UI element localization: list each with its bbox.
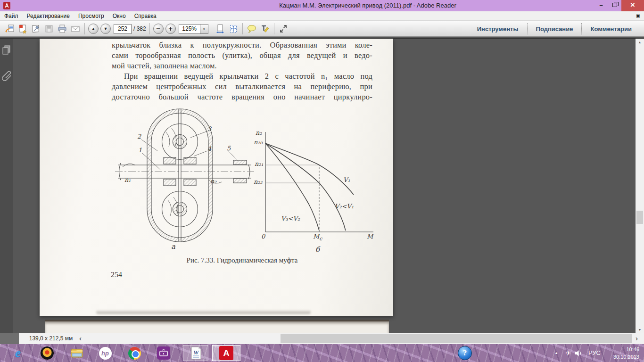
next-page-top-edge[interactable] [45, 320, 389, 334]
shaft-speed-n1-label: n₁ [124, 176, 131, 183]
print-icon [57, 24, 67, 33]
sign-document-icon [31, 24, 41, 33]
horizontal-scrollbar-thumb[interactable] [281, 334, 632, 343]
fit-width-button[interactable] [214, 23, 226, 35]
taskbar-file-explorer-icon[interactable] [70, 346, 84, 360]
email-button[interactable] [69, 23, 82, 35]
language-indicator[interactable]: РУС [586, 344, 603, 362]
taskbar-screen-cast-icon[interactable] [157, 346, 171, 360]
highlight-text-icon [260, 24, 270, 33]
subfigure-a-letter: а [171, 242, 175, 251]
zoom-dropdown-button[interactable]: ▼ [200, 24, 208, 34]
taskbar-internet-explorer-icon[interactable]: e [11, 346, 25, 360]
part-label-1: 1 [138, 147, 142, 154]
menu-help[interactable]: Справка [130, 11, 161, 21]
tray-date: 30.10.2013 [602, 353, 639, 361]
save-button[interactable] [43, 23, 55, 35]
tick-n22: n₂₂ [254, 178, 263, 185]
pdf-page[interactable]: крыльчаток близка к полуокружности. Обра… [40, 39, 393, 316]
y-axis-label: n₂ [256, 129, 262, 136]
curve-label-v1: V₁ [343, 176, 350, 183]
page-thumbnails-icon[interactable] [2, 45, 11, 56]
body-text-line: сами торообразная полость (улитка), обща… [112, 50, 372, 61]
tray-time: 10:46 [602, 346, 639, 353]
comment-bubble-icon [247, 24, 257, 33]
fit-page-button[interactable] [227, 23, 239, 35]
figure-b-characteristics-graph [255, 128, 377, 244]
menu-window[interactable]: Окно [108, 11, 130, 21]
figure-a-coupling-drawing [115, 107, 254, 249]
figure-caption: Рис. 7.33. Гидродинамическая муфта [112, 256, 372, 264]
page-dimensions-label: 139,0 x 212,5 мм [26, 333, 75, 344]
part-label-3: 3 [207, 125, 211, 132]
help-icon[interactable]: ? [458, 346, 472, 360]
status-bar: 139,0 x 212,5 мм ‹ › [0, 333, 644, 344]
fullscreen-button[interactable] [277, 23, 289, 35]
hidden-icons-chevron-icon[interactable]: ▴ [553, 344, 560, 362]
zoom-out-button[interactable]: − [153, 24, 164, 34]
zoom-level-value[interactable]: 125% [179, 24, 200, 34]
scroll-left-icon[interactable]: ‹ [79, 333, 82, 344]
menubar-close-icon[interactable]: ✖ [636, 11, 640, 21]
menu-edit[interactable]: Редактирование [23, 11, 74, 21]
shaft-speed-n2-label: n₂ [210, 178, 217, 185]
fullscreen-arrows-icon [279, 24, 288, 33]
menu-bar: Файл Редактирование Просмотр Окно Справк… [0, 11, 644, 21]
mc-tick-label: Mc [313, 233, 322, 242]
clock[interactable]: 10:46 30.10.2013 [602, 346, 639, 361]
part-label-5: 5 [227, 145, 231, 152]
comment-button[interactable] [246, 23, 258, 35]
svg-text:W: W [193, 349, 199, 356]
document-viewport: крыльчаток близка к полуокружности. Обра… [0, 38, 644, 333]
menu-file[interactable]: Файл [0, 11, 23, 21]
x-axis-label: M [367, 233, 373, 240]
menu-view[interactable]: Просмотр [74, 11, 108, 21]
part-label-2: 2 [137, 133, 141, 140]
next-page-button[interactable]: ▼ [100, 24, 111, 34]
restore-button[interactable] [609, 0, 621, 11]
system-tray: ? ▴ ✈ РУС 10:46 30.10.2013 [521, 344, 644, 362]
taskbar: e hp W [0, 344, 644, 362]
vertical-scrollbar-thumb[interactable] [636, 211, 643, 224]
create-pdf-icon [18, 24, 27, 33]
minimize-button[interactable]: – [593, 0, 609, 11]
taskbar-hp-icon[interactable]: hp [98, 346, 112, 360]
highlight-text-button[interactable] [259, 23, 271, 35]
airplane-mode-icon[interactable]: ✈ [564, 344, 572, 362]
create-pdf-button[interactable] [17, 23, 29, 35]
body-text-line: достаточно большой частоте вращения оно … [112, 92, 372, 102]
zoom-in-button[interactable]: + [165, 24, 176, 34]
origin-label: 0 [261, 233, 265, 240]
tools-panel-buttons: Инструменты Подписание Комментарии [469, 21, 640, 37]
scroll-up-icon[interactable]: ▲ [636, 39, 644, 46]
taskbar-chrome-icon[interactable] [127, 346, 141, 360]
print-button[interactable] [56, 23, 68, 35]
status-corner-block [0, 333, 19, 344]
scroll-right-icon[interactable]: › [636, 333, 638, 344]
open-file-button[interactable] [3, 23, 16, 35]
body-text-line: мой частей, заполнена маслом. [112, 61, 372, 71]
chevron-down-icon: ▼ [203, 28, 206, 31]
title-bar[interactable]: Кацман М.М. Электрический привод (2011).… [0, 0, 644, 11]
body-text-line: При вращении ведущей крыльчатки 2 с част… [112, 71, 372, 82]
sign-document-button[interactable] [30, 23, 42, 35]
sign-button[interactable]: Подписание [528, 25, 582, 33]
scan-shadow [96, 310, 311, 314]
fit-page-icon [229, 24, 238, 33]
page-total-label: / 382 [133, 25, 146, 32]
comments-button[interactable]: Комментарии [582, 25, 640, 33]
taskbar-webcam-app-icon[interactable] [40, 346, 54, 360]
volume-icon[interactable] [575, 344, 585, 362]
taskbar-adobe-reader-icon[interactable]: A [219, 346, 233, 360]
taskbar-word-icon[interactable]: W [189, 346, 203, 360]
fit-width-icon [215, 24, 225, 33]
vertical-scrollbar[interactable]: ▲ ▼ [636, 39, 644, 334]
page-number-input[interactable] [114, 24, 132, 34]
toolbar: ▲ ▼ / 382 − + 125% ▼ [0, 21, 644, 37]
previous-page-button[interactable]: ▲ [88, 24, 99, 34]
close-button[interactable]: ✕ [621, 0, 644, 11]
tick-n21: n₂₁ [255, 160, 264, 167]
attachments-paperclip-icon[interactable] [2, 68, 11, 84]
curve-label-v2: V₂<V₁ [335, 203, 354, 210]
tools-button[interactable]: Инструменты [469, 25, 527, 33]
